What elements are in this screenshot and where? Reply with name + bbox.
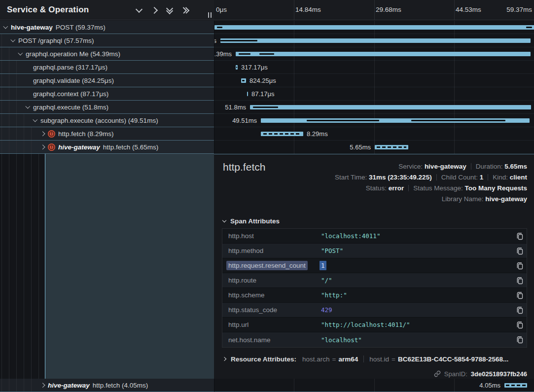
attribute-value: "http://localhost:4011/": [321, 321, 513, 328]
span-service-name: hive-gateway: [11, 24, 53, 31]
attribute-value: "http:": [321, 291, 513, 299]
copy-icon[interactable]: [513, 291, 527, 299]
meta-label: Duration:: [476, 163, 505, 170]
meta-value: client: [510, 174, 527, 181]
panel-resize-handle[interactable]: [208, 12, 212, 18]
equals-sign: =: [392, 356, 395, 363]
span-tree-label: graphql.context (87.17μs): [0, 87, 214, 100]
bar-duration-label: 824.25μs: [249, 74, 276, 87]
chevron-down-icon[interactable]: [11, 39, 18, 41]
axis-tick: 14.84ms: [295, 6, 321, 13]
meta-separator: [436, 174, 437, 180]
span-tree-item[interactable]: POST /graphql (57.57ms): [0, 34, 214, 47]
span-operation-name: subgraph.execute (accounts) (49.51ms): [40, 117, 158, 124]
expand-one-icon[interactable]: [151, 8, 158, 13]
span-duration-bar[interactable]: [261, 118, 530, 123]
meta-value: 5.65ms: [504, 163, 527, 170]
chevron-down-icon[interactable]: [26, 106, 33, 108]
attribute-key: http.request.resend_count: [222, 262, 321, 269]
copy-icon[interactable]: [513, 247, 527, 255]
self-time-mark: [526, 27, 532, 28]
attribute-value: "POST": [321, 247, 513, 254]
span-tree-item[interactable]: graphql.context (87.17μs): [0, 87, 214, 101]
tree-panel-header: Service & Operation: [0, 0, 214, 20]
chevron-down-icon[interactable]: [4, 26, 11, 28]
span-detail-panel: http.fetch Service: hive-gatewayDuration…: [214, 154, 534, 379]
copy-icon[interactable]: [513, 262, 527, 270]
span-operation-name: graphql.execute (51.8ms): [33, 104, 108, 111]
meta-line: Service: hive-gatewayDuration: 5.65ms: [335, 161, 527, 172]
span-tree-item[interactable]: hive-gatewayPOST (59.37ms): [0, 21, 214, 34]
span-duration-bar[interactable]: [250, 105, 531, 109]
chevron-down-icon[interactable]: [19, 53, 26, 55]
span-duration-bar[interactable]: [214, 25, 534, 30]
span-timeline-cell: [214, 21, 534, 34]
span-duration-bar[interactable]: [241, 78, 246, 83]
span-meta: Service: hive-gatewayDuration: 5.65msSta…: [335, 161, 527, 205]
link-icon[interactable]: [434, 370, 441, 377]
span-timeline-cell: 57.57ms: [214, 34, 534, 47]
attribute-row: http.status_code429: [222, 303, 527, 318]
expand-all-icon[interactable]: [181, 8, 188, 13]
meta-value: error: [389, 184, 404, 192]
span-tree-item[interactable]: graphql.validate (824.25μs): [0, 74, 214, 87]
span-duration-bar[interactable]: [220, 38, 531, 43]
chevron-right-icon[interactable]: [41, 132, 48, 136]
chevron-right-icon[interactable]: [41, 145, 48, 149]
span-service-name: hive-gateway: [58, 143, 100, 151]
bar-duration-label: 51.8ms: [225, 101, 246, 114]
span-duration-bar[interactable]: [375, 145, 408, 149]
copy-icon[interactable]: [513, 277, 527, 285]
span-operation-name: http.fetch (5.65ms): [103, 143, 159, 151]
meta-value: 31ms (23:35:49.225): [369, 174, 432, 181]
span-duration-bar[interactable]: [504, 383, 527, 388]
span-id-value: 3de02518937fb246: [471, 370, 527, 378]
tree-header-title: Service & Operation: [7, 5, 89, 15]
copy-icon[interactable]: [513, 321, 527, 329]
span-attributes-header[interactable]: Span Attributes: [223, 217, 280, 225]
span-tree-label: graphql.operation Me (54.39ms): [0, 47, 214, 60]
span-timeline-cell: 5.65ms: [214, 141, 534, 154]
span-row: !hive-gatewayhttp.fetch (5.65ms)5.65ms: [0, 141, 534, 154]
span-timeline-cell: 8.29ms: [214, 127, 534, 141]
chevron-right-icon[interactable]: [41, 384, 48, 387]
span-tree-item[interactable]: graphql.operation Me (54.39ms): [0, 47, 214, 61]
span-operation-name: graphql.operation Me (54.39ms): [26, 50, 120, 58]
span-timeline-cell: 51.8ms: [214, 101, 534, 114]
span-operation-name: http.fetch (4.05ms): [93, 382, 148, 389]
span-tree-item[interactable]: hive-gatewayhttp.fetch (4.05ms): [0, 379, 214, 392]
tree-header-controls: [136, 0, 188, 20]
span-tree-item[interactable]: subgraph.execute (accounts) (49.51ms): [0, 114, 214, 127]
span-duration-bar[interactable]: [247, 92, 248, 96]
chevron-down-icon[interactable]: [34, 119, 40, 121]
span-tree-item[interactable]: !hive-gatewayhttp.fetch (5.65ms): [0, 141, 214, 154]
span-row: graphql.execute (51.8ms)51.8ms: [0, 101, 534, 114]
trace-viewer: Service & Operation 0μs 14.84ms 29.68ms …: [0, 0, 534, 392]
attribute-key: net.host.name: [222, 336, 321, 344]
attribute-value: "localhost:4011": [321, 232, 513, 240]
collapse-all-icon[interactable]: [166, 7, 173, 13]
chevron-down-icon: [222, 218, 226, 222]
copy-icon[interactable]: [513, 232, 527, 240]
span-tree-label: graphql.execute (51.8ms): [0, 101, 214, 113]
span-duration-bar[interactable]: [236, 52, 531, 56]
span-row: !http.fetch (8.29ms)8.29ms: [0, 127, 534, 141]
span-tree-item[interactable]: !http.fetch (8.29ms): [0, 127, 214, 141]
self-time-mark: [220, 40, 257, 41]
collapse-one-icon[interactable]: [136, 8, 142, 12]
span-duration-bar[interactable]: [261, 132, 303, 136]
self-time-mark: [411, 120, 505, 121]
span-id-row: SpanID: 3de02518937fb246: [434, 368, 527, 379]
copy-icon[interactable]: [513, 336, 527, 344]
bar-duration-label: 8.29ms: [307, 127, 328, 141]
meta-value: 1: [480, 174, 484, 181]
span-tree-item[interactable]: graphql.parse (317.17μs): [0, 61, 214, 74]
copy-icon[interactable]: [513, 306, 527, 314]
span-tree-item[interactable]: graphql.execute (51.8ms): [0, 101, 214, 114]
span-duration-bar[interactable]: [236, 65, 238, 70]
bar-duration-label: 87.17μs: [251, 87, 275, 101]
span-timeline-cell: 824.25μs: [214, 74, 534, 87]
child-span-dashes: [377, 146, 406, 148]
attribute-row: http.scheme"http:": [222, 288, 527, 303]
resource-attributes-row[interactable]: Resource Attributes: host.arch=arm64host…: [223, 353, 527, 365]
